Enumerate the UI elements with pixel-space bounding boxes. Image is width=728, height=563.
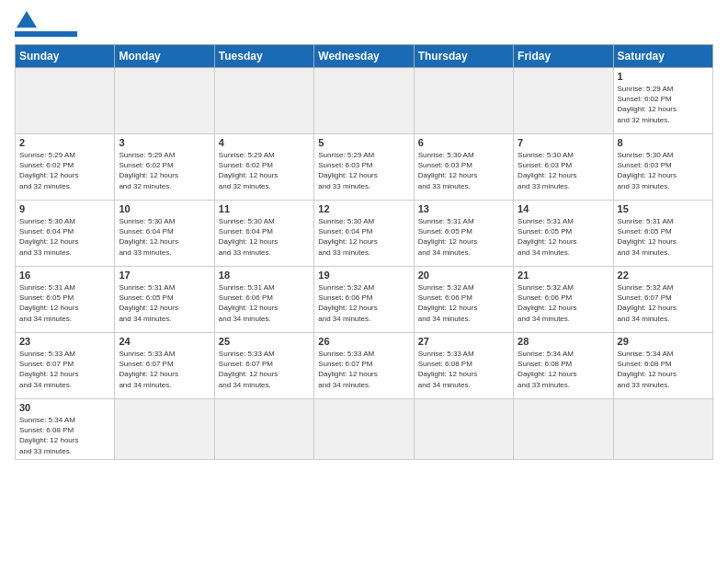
calendar-cell: 28Sunrise: 5:34 AM Sunset: 6:08 PM Dayli… [514,333,613,399]
calendar-week-row: 2Sunrise: 5:29 AM Sunset: 6:02 PM Daylig… [16,134,713,201]
day-number: 8 [618,137,709,148]
calendar-cell: 10Sunrise: 5:30 AM Sunset: 6:04 PM Dayli… [115,201,214,267]
calendar-cell: 22Sunrise: 5:32 AM Sunset: 6:07 PM Dayli… [613,267,712,333]
cell-info: Sunrise: 5:30 AM Sunset: 6:03 PM Dayligh… [418,150,509,191]
calendar-cell: 18Sunrise: 5:31 AM Sunset: 6:06 PM Dayli… [214,267,313,333]
calendar-cell [115,68,214,134]
calendar-cell: 20Sunrise: 5:32 AM Sunset: 6:06 PM Dayli… [414,267,513,333]
calendar-cell: 30Sunrise: 5:34 AM Sunset: 6:08 PM Dayli… [16,399,115,460]
page: SundayMondayTuesdayWednesdayThursdayFrid… [0,0,728,467]
calendar-week-row: 23Sunrise: 5:33 AM Sunset: 6:07 PM Dayli… [16,333,713,399]
calendar-cell: 26Sunrise: 5:33 AM Sunset: 6:07 PM Dayli… [314,333,414,399]
logo-bar [15,31,77,37]
calendar-cell: 7Sunrise: 5:30 AM Sunset: 6:03 PM Daylig… [514,134,613,201]
calendar-cell: 13Sunrise: 5:31 AM Sunset: 6:05 PM Dayli… [414,201,513,267]
day-number: 7 [518,137,609,148]
day-number: 16 [19,270,110,281]
cell-info: Sunrise: 5:29 AM Sunset: 6:02 PM Dayligh… [618,84,709,125]
day-number: 2 [19,137,110,148]
day-number: 4 [219,137,310,148]
day-number: 11 [219,203,310,214]
cell-info: Sunrise: 5:30 AM Sunset: 6:04 PM Dayligh… [119,216,210,258]
day-number: 23 [19,336,110,347]
calendar-cell: 29Sunrise: 5:34 AM Sunset: 6:08 PM Dayli… [613,333,712,399]
weekday-header: Friday [514,45,613,68]
cell-info: Sunrise: 5:31 AM Sunset: 6:06 PM Dayligh… [219,282,310,324]
calendar-week-row: 1Sunrise: 5:29 AM Sunset: 6:02 PM Daylig… [16,68,713,134]
weekday-header-row: SundayMondayTuesdayWednesdayThursdayFrid… [16,45,713,68]
day-number: 1 [618,71,709,82]
calendar-cell: 9Sunrise: 5:30 AM Sunset: 6:04 PM Daylig… [16,201,115,267]
cell-info: Sunrise: 5:29 AM Sunset: 6:02 PM Dayligh… [119,150,210,191]
calendar-cell [514,68,613,134]
day-number: 9 [19,203,110,214]
cell-info: Sunrise: 5:33 AM Sunset: 6:07 PM Dayligh… [19,349,110,390]
cell-info: Sunrise: 5:33 AM Sunset: 6:07 PM Dayligh… [219,349,310,390]
weekday-header: Saturday [613,45,712,68]
calendar-cell: 27Sunrise: 5:33 AM Sunset: 6:08 PM Dayli… [414,333,513,399]
day-number: 12 [318,203,409,214]
calendar-cell: 17Sunrise: 5:31 AM Sunset: 6:05 PM Dayli… [115,267,214,333]
calendar-cell: 15Sunrise: 5:31 AM Sunset: 6:05 PM Dayli… [613,201,712,267]
weekday-header: Sunday [16,45,115,68]
calendar-cell: 5Sunrise: 5:29 AM Sunset: 6:03 PM Daylig… [314,134,414,201]
day-number: 14 [518,203,609,214]
cell-info: Sunrise: 5:30 AM Sunset: 6:03 PM Dayligh… [618,150,709,191]
cell-info: Sunrise: 5:29 AM Sunset: 6:02 PM Dayligh… [19,150,110,191]
cell-info: Sunrise: 5:29 AM Sunset: 6:03 PM Dayligh… [318,150,409,191]
cell-info: Sunrise: 5:31 AM Sunset: 6:05 PM Dayligh… [19,282,110,324]
cell-info: Sunrise: 5:29 AM Sunset: 6:02 PM Dayligh… [219,150,310,191]
day-number: 15 [618,203,709,214]
weekday-header: Monday [115,45,214,68]
calendar-cell [16,68,115,134]
day-number: 19 [318,270,409,281]
cell-info: Sunrise: 5:33 AM Sunset: 6:07 PM Dayligh… [119,349,210,390]
cell-info: Sunrise: 5:33 AM Sunset: 6:08 PM Dayligh… [418,349,509,390]
calendar-cell: 19Sunrise: 5:32 AM Sunset: 6:06 PM Dayli… [314,267,414,333]
calendar-cell [214,399,313,460]
calendar-cell: 4Sunrise: 5:29 AM Sunset: 6:02 PM Daylig… [214,134,313,201]
calendar-cell: 14Sunrise: 5:31 AM Sunset: 6:05 PM Dayli… [514,201,613,267]
day-number: 5 [318,137,409,148]
calendar-cell: 3Sunrise: 5:29 AM Sunset: 6:02 PM Daylig… [115,134,214,201]
cell-info: Sunrise: 5:33 AM Sunset: 6:07 PM Dayligh… [318,349,409,390]
day-number: 20 [418,270,509,281]
cell-info: Sunrise: 5:32 AM Sunset: 6:06 PM Dayligh… [318,282,409,324]
calendar-cell: 1Sunrise: 5:29 AM Sunset: 6:02 PM Daylig… [613,68,712,134]
cell-info: Sunrise: 5:34 AM Sunset: 6:08 PM Dayligh… [19,415,110,456]
weekday-header: Wednesday [314,45,414,68]
day-number: 22 [618,270,709,281]
cell-info: Sunrise: 5:32 AM Sunset: 6:06 PM Dayligh… [518,282,609,324]
cell-info: Sunrise: 5:34 AM Sunset: 6:08 PM Dayligh… [518,349,609,390]
cell-info: Sunrise: 5:30 AM Sunset: 6:04 PM Dayligh… [19,216,110,258]
day-number: 27 [418,336,509,347]
calendar-cell: 16Sunrise: 5:31 AM Sunset: 6:05 PM Dayli… [16,267,115,333]
calendar-cell [613,399,712,460]
day-number: 6 [418,137,509,148]
svg-marker-0 [17,11,37,28]
calendar-cell: 25Sunrise: 5:33 AM Sunset: 6:07 PM Dayli… [214,333,313,399]
cell-info: Sunrise: 5:31 AM Sunset: 6:05 PM Dayligh… [518,216,609,258]
day-number: 21 [518,270,609,281]
weekday-header: Tuesday [214,45,313,68]
calendar-cell: 24Sunrise: 5:33 AM Sunset: 6:07 PM Dayli… [115,333,214,399]
day-number: 17 [119,270,210,281]
calendar-cell [314,399,414,460]
cell-info: Sunrise: 5:32 AM Sunset: 6:07 PM Dayligh… [618,282,709,324]
weekday-header: Thursday [414,45,513,68]
calendar-cell: 2Sunrise: 5:29 AM Sunset: 6:02 PM Daylig… [16,134,115,201]
calendar-table: SundayMondayTuesdayWednesdayThursdayFrid… [15,44,713,460]
cell-info: Sunrise: 5:30 AM Sunset: 6:03 PM Dayligh… [518,150,609,191]
calendar-cell: 11Sunrise: 5:30 AM Sunset: 6:04 PM Dayli… [214,201,313,267]
calendar-cell [115,399,214,460]
calendar-cell: 12Sunrise: 5:30 AM Sunset: 6:04 PM Dayli… [314,201,414,267]
cell-info: Sunrise: 5:30 AM Sunset: 6:04 PM Dayligh… [219,216,310,258]
calendar-cell [514,399,613,460]
calendar-cell [214,68,313,134]
header [15,11,713,37]
day-number: 3 [119,137,210,148]
day-number: 18 [219,270,310,281]
day-number: 29 [618,336,709,347]
cell-info: Sunrise: 5:31 AM Sunset: 6:05 PM Dayligh… [119,282,210,324]
logo-area [15,11,77,37]
